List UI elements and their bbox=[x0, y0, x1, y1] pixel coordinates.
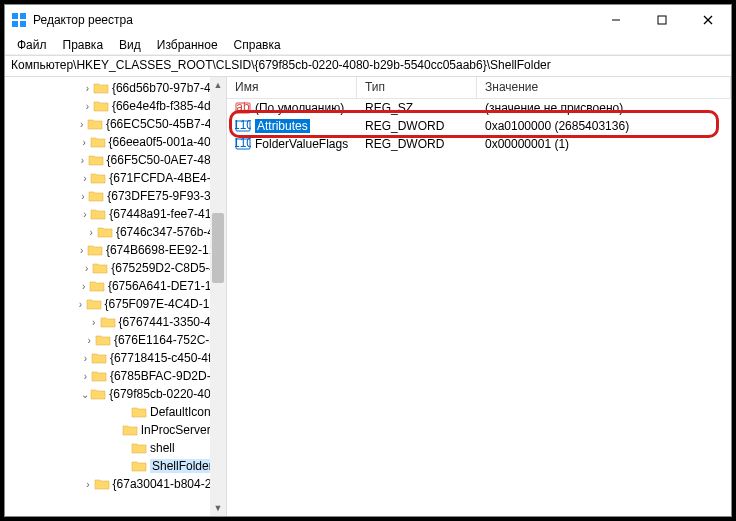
folder-icon bbox=[131, 405, 147, 419]
tree-item-label: {676E1164-752C-3A bbox=[114, 333, 224, 347]
close-button[interactable] bbox=[685, 5, 731, 35]
tree-item-label: DefaultIcon bbox=[150, 405, 211, 419]
svg-text:110: 110 bbox=[235, 119, 251, 132]
tree-item[interactable]: ›{66d56b70-97b7-4e6 bbox=[5, 79, 226, 97]
folder-icon bbox=[89, 279, 105, 293]
tree-item[interactable]: ›{6785BFAC-9D2D-4b bbox=[5, 367, 226, 385]
chevron-right-icon[interactable]: › bbox=[81, 263, 92, 274]
folder-icon bbox=[122, 423, 138, 437]
tree-item[interactable]: ›{66eea0f5-001a-4073 bbox=[5, 133, 226, 151]
folder-icon bbox=[131, 441, 147, 455]
chevron-right-icon[interactable]: › bbox=[79, 173, 90, 184]
svg-rect-2 bbox=[12, 21, 18, 27]
tree-item[interactable]: ›{671FCFDA-4BE4-43 bbox=[5, 169, 226, 187]
list-row[interactable]: ab(По умолчанию)REG_SZ(значение не присв… bbox=[227, 99, 731, 117]
tree-item-label: {67a30041-b804-20c bbox=[113, 477, 224, 491]
tree-item[interactable]: InProcServer32 bbox=[5, 421, 226, 439]
window: Редактор реестра Файл Правка Вид Избранн… bbox=[4, 4, 732, 517]
tree-item-label: shell bbox=[150, 441, 175, 455]
tree-item[interactable]: ›{675259D2-C8D5-4A bbox=[5, 259, 226, 277]
tree-pane[interactable]: ›{66d56b70-97b7-4e6›{66e4e4fb-f385-4dd0›… bbox=[5, 77, 227, 516]
tree-item-label: {675259D2-C8D5-4A bbox=[111, 261, 224, 275]
tree-item[interactable]: ›{67448a91-fee7-410c bbox=[5, 205, 226, 223]
chevron-right-icon[interactable]: › bbox=[77, 155, 88, 166]
chevron-right-icon[interactable]: › bbox=[79, 137, 90, 148]
menu-view[interactable]: Вид bbox=[111, 36, 149, 54]
folder-icon bbox=[87, 117, 103, 131]
chevron-right-icon[interactable]: › bbox=[78, 281, 89, 292]
scroll-down-icon[interactable]: ▼ bbox=[210, 500, 226, 516]
chevron-right-icon[interactable]: › bbox=[82, 479, 93, 490]
tree-item[interactable]: ›{66e4e4fb-f385-4dd0 bbox=[5, 97, 226, 115]
maximize-button[interactable] bbox=[639, 5, 685, 35]
value-name: Attributes bbox=[255, 119, 310, 133]
menu-help[interactable]: Справка bbox=[226, 36, 289, 54]
tree-item[interactable]: ⌄{679f85cb-0220-4080 bbox=[5, 385, 226, 403]
tree-item[interactable]: ›{673DFE75-9F93-304 bbox=[5, 187, 226, 205]
tree-item-label: {679f85cb-0220-4080 bbox=[109, 387, 224, 401]
tree-item-label: {6756A641-DE71-11c bbox=[108, 279, 224, 293]
list-pane[interactable]: Имя Тип Значение ab(По умолчанию)REG_SZ(… bbox=[227, 77, 731, 516]
chevron-right-icon[interactable]: › bbox=[79, 209, 90, 220]
tree-item[interactable]: ›{66F5C50-0AE7-4802 bbox=[5, 151, 226, 169]
folder-icon bbox=[131, 459, 147, 473]
menubar: Файл Правка Вид Избранное Справка bbox=[5, 35, 731, 55]
svg-rect-0 bbox=[12, 13, 18, 19]
tree-item[interactable]: ›{67a30041-b804-20c bbox=[5, 475, 226, 493]
tree-item[interactable]: ›{676E1164-752C-3A bbox=[5, 331, 226, 349]
tree-item[interactable]: ›{675F097E-4C4D-11E bbox=[5, 295, 226, 313]
tree-item[interactable]: DefaultIcon bbox=[5, 403, 226, 421]
menu-file[interactable]: Файл bbox=[9, 36, 55, 54]
tree-item[interactable]: shell bbox=[5, 439, 226, 457]
chevron-right-icon[interactable]: › bbox=[80, 353, 91, 364]
folder-icon bbox=[87, 243, 103, 257]
chevron-right-icon[interactable]: › bbox=[83, 335, 94, 346]
tree-item[interactable]: ›{6756A641-DE71-11c bbox=[5, 277, 226, 295]
address-bar[interactable]: Компьютер\HKEY_CLASSES_ROOT\CLSID\{679f8… bbox=[5, 55, 731, 77]
folder-icon bbox=[91, 369, 107, 383]
minimize-button[interactable] bbox=[593, 5, 639, 35]
folder-icon bbox=[95, 333, 111, 347]
folder-icon bbox=[91, 351, 107, 365]
tree-item[interactable]: ›{67718415-c450-4f3c bbox=[5, 349, 226, 367]
menu-edit[interactable]: Правка bbox=[55, 36, 112, 54]
header-type[interactable]: Тип bbox=[357, 77, 477, 98]
scroll-thumb[interactable] bbox=[212, 213, 224, 283]
value-name: FolderValueFlags bbox=[255, 137, 348, 151]
scroll-up-icon[interactable]: ▲ bbox=[210, 77, 226, 93]
list-row[interactable]: 110FolderValueFlagsREG_DWORD0x00000001 (… bbox=[227, 135, 731, 153]
chevron-right-icon[interactable]: › bbox=[82, 83, 93, 94]
tree-item-label: {67718415-c450-4f3c bbox=[110, 351, 224, 365]
folder-icon bbox=[90, 387, 106, 401]
chevron-right-icon[interactable]: › bbox=[78, 191, 89, 202]
svg-text:ab: ab bbox=[236, 101, 250, 114]
tree-item-label: {671FCFDA-4BE4-43 bbox=[109, 171, 224, 185]
menu-favorites[interactable]: Избранное bbox=[149, 36, 226, 54]
header-name[interactable]: Имя bbox=[227, 77, 357, 98]
tree-item-label: {66EC5C50-45B7-48c bbox=[106, 117, 224, 131]
chevron-right-icon[interactable]: › bbox=[85, 227, 97, 238]
tree-item[interactable]: ›{66EC5C50-45B7-48c bbox=[5, 115, 226, 133]
tree-item[interactable]: ›{674B6698-EE92-11D bbox=[5, 241, 226, 259]
tree-item[interactable]: ShellFolder bbox=[5, 457, 226, 475]
chevron-down-icon[interactable]: ⌄ bbox=[79, 389, 90, 400]
tree-scrollbar[interactable]: ▲ ▼ bbox=[210, 77, 226, 516]
chevron-right-icon[interactable]: › bbox=[77, 119, 87, 130]
chevron-right-icon[interactable]: › bbox=[88, 317, 100, 328]
header-value[interactable]: Значение bbox=[477, 77, 731, 98]
folder-icon bbox=[94, 477, 110, 491]
value-data: (значение не присвоено) bbox=[477, 101, 731, 115]
value-type: REG_DWORD bbox=[357, 137, 477, 151]
reg-dword-icon: 110 bbox=[235, 137, 251, 151]
main-area: ›{66d56b70-97b7-4e6›{66e4e4fb-f385-4dd0›… bbox=[5, 77, 731, 516]
chevron-right-icon[interactable]: › bbox=[76, 245, 86, 256]
tree-item-label: ShellFolder bbox=[150, 459, 215, 473]
chevron-right-icon[interactable]: › bbox=[80, 371, 91, 382]
chevron-right-icon[interactable]: › bbox=[82, 101, 93, 112]
list-row[interactable]: 110AttributesREG_DWORD0xa0100000 (268540… bbox=[227, 117, 731, 135]
tree-item-label: {6746c347-576b-4f7 bbox=[116, 225, 224, 239]
value-type: REG_SZ bbox=[357, 101, 477, 115]
chevron-right-icon[interactable]: › bbox=[75, 299, 85, 310]
tree-item[interactable]: ›{6746c347-576b-4f7 bbox=[5, 223, 226, 241]
tree-item[interactable]: ›{6767441-3350-45b bbox=[5, 313, 226, 331]
